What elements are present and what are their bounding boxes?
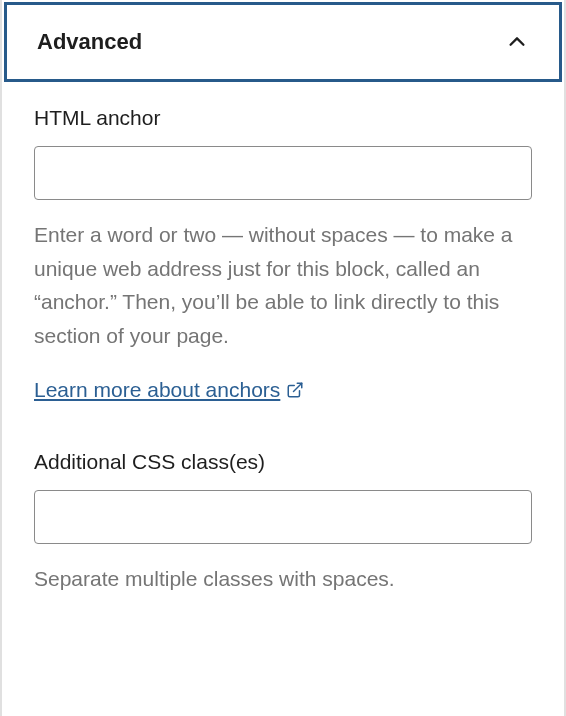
html-anchor-input[interactable] [34, 146, 532, 200]
learn-more-anchors-text: Learn more about anchors [34, 378, 280, 402]
advanced-panel-toggle[interactable]: Advanced [4, 2, 562, 82]
additional-css-help: Separate multiple classes with spaces. [34, 562, 532, 596]
external-link-icon [286, 381, 304, 399]
advanced-panel-body: HTML anchor Enter a word or two — withou… [2, 82, 564, 628]
html-anchor-help: Enter a word or two — without spaces — t… [34, 218, 532, 352]
svg-line-0 [294, 384, 302, 392]
chevron-up-icon [505, 30, 529, 54]
panel-title: Advanced [37, 29, 142, 55]
additional-css-input[interactable] [34, 490, 532, 544]
learn-more-anchors-link[interactable]: Learn more about anchors [34, 378, 304, 402]
additional-css-label: Additional CSS class(es) [34, 450, 532, 474]
html-anchor-label: HTML anchor [34, 106, 532, 130]
